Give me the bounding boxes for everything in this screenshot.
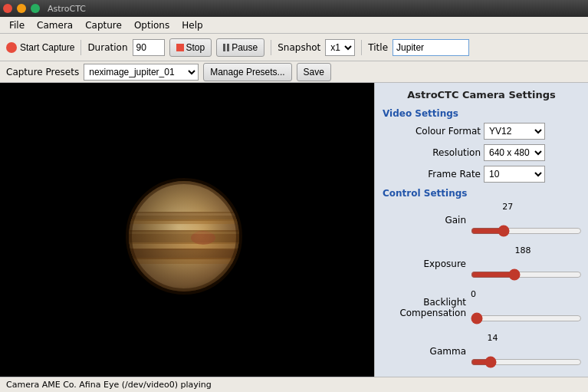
separator-3 <box>361 40 362 55</box>
separator-2 <box>271 40 271 55</box>
menu-options[interactable]: Options <box>128 18 176 32</box>
menu-file[interactable]: File <box>3 18 31 32</box>
maximize-button[interactable] <box>31 4 40 13</box>
slider-label-1: Exposure <box>375 259 471 269</box>
slider-row-exposure: Exposure188 <box>375 244 588 283</box>
frame-rate-label: Frame Rate <box>381 169 481 180</box>
menu-bar: File Camera Capture Options Help <box>0 17 588 34</box>
slider-input-3[interactable] <box>471 356 582 368</box>
slider-row-backlight-compensation: Backlight Compensation0 <box>375 288 588 327</box>
menu-capture[interactable]: Capture <box>79 18 128 32</box>
close-button[interactable] <box>3 4 12 13</box>
control-settings-header: Control Settings <box>375 185 588 200</box>
snapshot-dropdown[interactable]: x1x2x4 <box>325 39 355 56</box>
stop-button[interactable]: Stop <box>169 38 212 57</box>
status-text: Camera AME Co. Afina Eye (/dev/video0) p… <box>6 380 212 390</box>
start-capture-button[interactable]: Start Capture <box>6 42 74 53</box>
title-input[interactable] <box>393 39 469 56</box>
presets-label: Capture Presets <box>6 67 79 77</box>
slider-label-0: Gain <box>375 215 471 226</box>
status-bar: Camera AME Co. Afina Eye (/dev/video0) p… <box>0 377 588 392</box>
slider-row-saturation: Saturation-7 <box>375 375 588 377</box>
slider-row-gamma: Gamma14 <box>375 331 588 371</box>
duration-input[interactable] <box>133 39 165 56</box>
frame-rate-dropdown[interactable]: 51015202530 <box>484 166 545 183</box>
slider-input-2[interactable] <box>471 312 582 324</box>
slider-input-0[interactable] <box>471 225 582 237</box>
colour-format-row: Colour Format YV12YUYVRGB24 <box>375 120 588 142</box>
jupiter-display <box>123 175 245 298</box>
stop-label: Stop <box>186 42 205 53</box>
toolbar: Start Capture Duration Stop Pause Snapsh… <box>0 34 588 61</box>
pause-label: Pause <box>232 42 258 53</box>
slider-label-3: Gamma <box>375 346 471 357</box>
slider-value-0: 27 <box>502 202 513 212</box>
title-label: Title <box>368 42 388 53</box>
slider-value-3: 14 <box>487 333 498 343</box>
resolution-label: Resolution <box>381 147 481 158</box>
resolution-row: Resolution 640 x 480320 x 2401280 x 720 <box>375 142 588 163</box>
slider-input-1[interactable] <box>471 268 582 281</box>
slider-label-2: Backlight Compensation <box>375 297 471 318</box>
colour-format-label: Colour Format <box>381 126 481 137</box>
stop-icon <box>176 44 184 51</box>
start-capture-label: Start Capture <box>20 42 74 53</box>
pause-button[interactable]: Pause <box>216 38 264 57</box>
save-preset-button[interactable]: Save <box>297 63 331 81</box>
window-title: AstroCTC <box>48 4 86 14</box>
menu-camera[interactable]: Camera <box>31 18 79 32</box>
minimize-button[interactable] <box>17 4 26 13</box>
record-icon <box>6 42 17 53</box>
sliders-container: Gain27Exposure188Backlight Compensation0… <box>375 200 588 377</box>
colour-format-dropdown[interactable]: YV12YUYVRGB24 <box>484 123 545 140</box>
resolution-dropdown[interactable]: 640 x 480320 x 2401280 x 720 <box>484 144 545 161</box>
settings-panel: AstroCTC Camera Settings Video Settings … <box>374 83 588 377</box>
camera-view <box>0 83 374 377</box>
main-content: AstroCTC Camera Settings Video Settings … <box>0 83 588 377</box>
slider-value-1: 188 <box>515 245 531 255</box>
frame-rate-row: Frame Rate 51015202530 <box>375 163 588 185</box>
menu-help[interactable]: Help <box>176 18 209 32</box>
video-settings-header: Video Settings <box>375 105 588 120</box>
snapshot-label: Snapshot <box>278 42 320 53</box>
duration-label: Duration <box>87 42 127 53</box>
settings-title: AstroCTC Camera Settings <box>375 83 588 105</box>
pause-icon <box>223 44 229 51</box>
slider-value-2: 0 <box>471 289 476 299</box>
presets-bar: Capture Presets neximage_jupiter_01 Mana… <box>0 61 588 83</box>
title-bar: AstroCTC <box>0 0 588 17</box>
preset-dropdown[interactable]: neximage_jupiter_01 <box>84 64 199 81</box>
manage-presets-button[interactable]: Manage Presets... <box>203 63 291 81</box>
separator-1 <box>80 40 81 55</box>
slider-row-gain: Gain27 <box>375 200 588 239</box>
